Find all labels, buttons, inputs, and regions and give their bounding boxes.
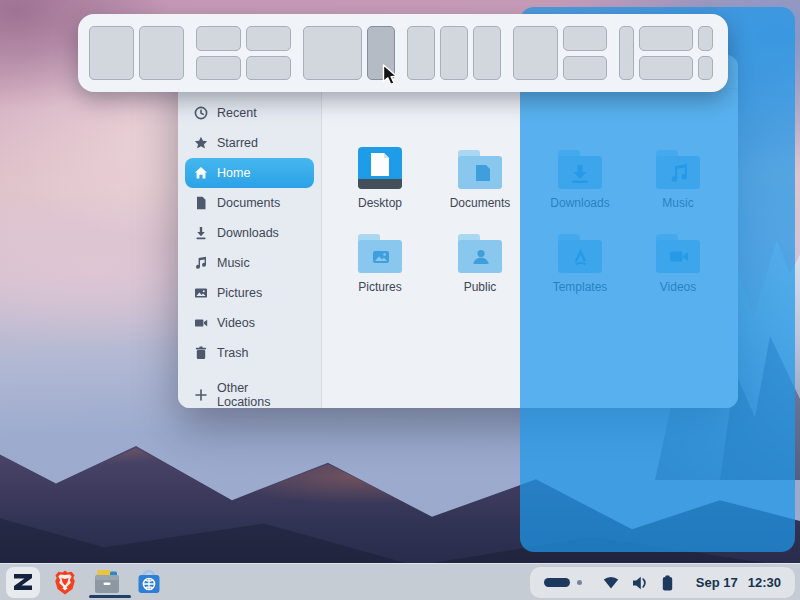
- wifi-icon: [603, 576, 619, 589]
- layout-cell[interactable]: [196, 26, 241, 51]
- folder-label: Documents: [450, 196, 511, 210]
- mouse-cursor: [382, 64, 400, 88]
- picture-icon: [194, 286, 208, 300]
- sidebar-item-label: Music: [217, 256, 250, 270]
- layout-cell[interactable]: [440, 26, 468, 80]
- folder-tile-documents[interactable]: Documents: [436, 146, 524, 210]
- plus-icon: [194, 388, 208, 402]
- sidebar-item-label: Downloads: [217, 226, 279, 240]
- layout-cell[interactable]: [246, 26, 291, 51]
- star-icon: [194, 136, 208, 150]
- sidebar-item-label: Trash: [217, 346, 249, 360]
- layout-cell[interactable]: [246, 56, 291, 81]
- layout-option-three-columns[interactable]: [407, 26, 501, 80]
- layout-option-center-focus[interactable]: [619, 26, 713, 80]
- document-icon: [194, 196, 208, 210]
- sidebar-item-label: Home: [217, 166, 250, 180]
- sidebar-item-label: Pictures: [217, 286, 262, 300]
- sidebar-item-label: Documents: [217, 196, 280, 210]
- layout-cell[interactable]: [139, 26, 184, 80]
- layout-cell[interactable]: [89, 26, 134, 80]
- layout-cell[interactable]: [619, 26, 634, 80]
- brave-browser-button[interactable]: [48, 567, 82, 598]
- clock-icon: [194, 106, 208, 120]
- layout-cell[interactable]: [303, 26, 362, 80]
- layout-cell[interactable]: [698, 56, 713, 81]
- system-tray[interactable]: Sep 17 12:30: [530, 567, 795, 598]
- layout-cell[interactable]: [639, 56, 693, 81]
- sidebar-item-starred[interactable]: Starred: [185, 128, 314, 158]
- sidebar-item-label: Other Locations: [217, 381, 305, 408]
- running-app-indicator: [89, 595, 131, 598]
- brave-browser-icon: [53, 569, 77, 596]
- taskbar-clock[interactable]: Sep 17 12:30: [696, 575, 781, 590]
- folder-pictures-icon: [356, 230, 404, 276]
- layout-cell[interactable]: [196, 56, 241, 81]
- zorin-logo-icon: [11, 570, 35, 594]
- file-manager-button[interactable]: [90, 567, 124, 598]
- desktop-icon: [356, 146, 404, 192]
- snap-layout-popup: [78, 14, 728, 92]
- sidebar-item-trash[interactable]: Trash: [185, 338, 314, 368]
- folder-label: Pictures: [358, 280, 401, 294]
- layout-cell[interactable]: [473, 26, 501, 80]
- workspace-indicator-other[interactable]: [577, 580, 582, 585]
- folder-public-icon: [456, 230, 504, 276]
- taskbar: Sep 17 12:30: [0, 563, 800, 600]
- folder-tile-public[interactable]: Public: [436, 230, 524, 294]
- software-store-button[interactable]: [132, 567, 166, 598]
- folder-tile-pictures[interactable]: Pictures: [336, 230, 424, 294]
- layout-option-four-quadrants[interactable]: [196, 26, 291, 80]
- video-camera-icon: [194, 316, 208, 330]
- layout-cell[interactable]: [407, 26, 435, 80]
- taskbar-app-buttons: [0, 564, 166, 600]
- sidebar-item-other-locations[interactable]: Other Locations: [185, 380, 314, 408]
- sidebar-item-documents[interactable]: Documents: [185, 188, 314, 218]
- music-note-icon: [194, 256, 208, 270]
- sidebar-item-label: Starred: [217, 136, 258, 150]
- download-icon: [194, 226, 208, 240]
- trash-icon: [194, 346, 208, 360]
- layout-cell[interactable]: [698, 26, 713, 51]
- software-store-icon: [136, 569, 162, 595]
- layout-cell[interactable]: [513, 26, 558, 80]
- home-icon: [194, 166, 208, 180]
- sidebar-item-downloads[interactable]: Downloads: [185, 218, 314, 248]
- file-manager-icon: [93, 569, 121, 595]
- sidebar-item-recent[interactable]: Recent: [185, 98, 314, 128]
- desktop: ✕ Recent Starred Home Documents Download…: [0, 0, 800, 600]
- file-manager-sidebar: Recent Starred Home Documents Downloads …: [178, 89, 322, 408]
- sidebar-item-label: Videos: [217, 316, 255, 330]
- zorin-menu-button[interactable]: [6, 567, 40, 598]
- layout-option-two-columns[interactable]: [89, 26, 184, 80]
- sidebar-item-pictures[interactable]: Pictures: [185, 278, 314, 308]
- folder-label: Desktop: [358, 196, 402, 210]
- clock-date: Sep 17: [696, 575, 738, 590]
- workspace-indicator-current[interactable]: [544, 578, 570, 587]
- volume-icon: [632, 576, 649, 590]
- sidebar-item-videos[interactable]: Videos: [185, 308, 314, 338]
- layout-cell[interactable]: [563, 56, 608, 81]
- folder-documents-icon: [456, 146, 504, 192]
- sidebar-item-home[interactable]: Home: [185, 158, 314, 188]
- battery-icon: [662, 575, 673, 591]
- clock-time: 12:30: [748, 575, 781, 590]
- sidebar-item-label: Recent: [217, 106, 257, 120]
- layout-option-half-and-stacked[interactable]: [513, 26, 607, 80]
- folder-tile-desktop[interactable]: Desktop: [336, 146, 424, 210]
- sidebar-item-music[interactable]: Music: [185, 248, 314, 278]
- layout-cell[interactable]: [639, 26, 693, 51]
- layout-cell[interactable]: [563, 26, 608, 51]
- folder-label: Public: [464, 280, 497, 294]
